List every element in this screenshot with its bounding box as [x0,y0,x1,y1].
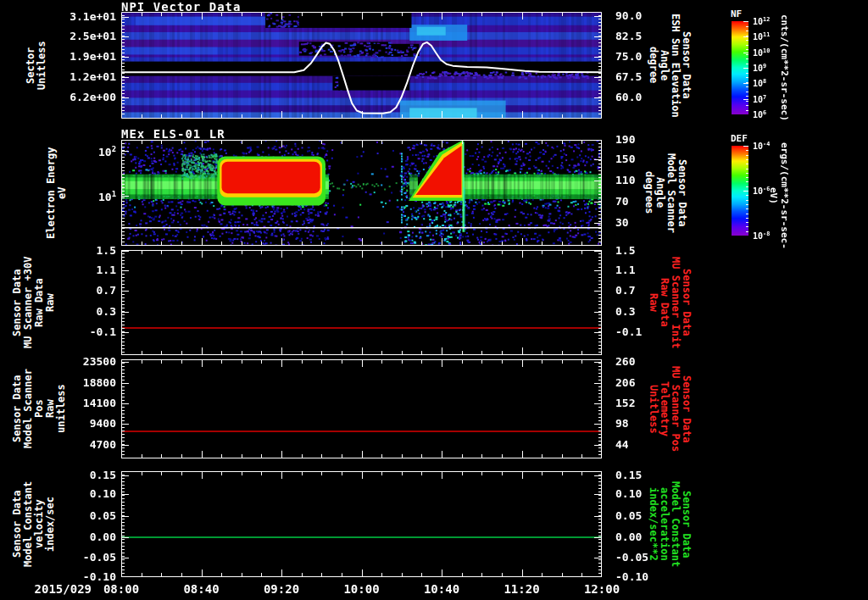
panel4-right-axis-label: Sensor Data MU Scanner Pos Telemetry Uni… [646,359,692,458]
tick-label: 82.5 [615,31,642,42]
x-tick-label: 09:20 [264,582,299,596]
tick-label: 0.05 [615,510,642,522]
panel5-right-axis-label: Sensor Data Model Constant acceleration … [646,471,692,577]
tick-label: -0.05 [615,552,648,564]
els-spectrogram [121,140,602,246]
tick-label: 90.0 [615,10,642,22]
def-colorbar [732,146,748,236]
colorbar-tick-label: 108 [753,78,766,88]
tick-label: 70 [615,196,629,208]
scanner-pos-plot [121,359,602,458]
colorbar-tick-label: 106 [753,109,766,119]
colorbar-tick-label: 10-4 [753,141,770,151]
x-tick-label: 08:00 [103,582,139,596]
tick-label: 0.15 [615,469,642,481]
mu-scanner-30v-plot [121,250,602,355]
tick-label: 0.3 [615,306,635,318]
model-constant-plot [121,471,602,577]
date-label: 2015/029 [22,582,92,596]
tick-label: 0.00 [615,531,642,543]
panel1-title: NPI Vector Data [121,0,241,14]
def-colorbar-units: ergs/(cm**2-sr-sec-eV) [776,134,790,257]
panel1-right-axis-label: Sensor Data ESH Sun Elevation Angle degr… [646,12,692,119]
panel2-right-axis-label: Sensor Data Model Scanner Angle degrees [642,140,687,246]
tick-label: 0.7 [615,285,635,297]
nf-colorbar-title: NF [731,8,742,19]
colorbar-tick-label: 1010 [753,47,770,57]
panel2-title: MEx ELS-01 LR [121,127,225,141]
tick-label: 110 [615,175,635,186]
tick-label: 1.1 [615,264,635,276]
tick-label: 0.10 [615,488,642,500]
colorbar-tick-label: 1011 [753,31,770,42]
tick-label: -0.10 [615,571,648,583]
panel3-left-axis-label: Sensor Data MU Scanner +30V Raw Data Raw [12,250,58,355]
tick-label: 206 [615,377,635,389]
x-tick-label: 11:20 [504,582,539,596]
tick-label: 60.0 [615,92,642,103]
panel4-left-axis-label: Sensor Data Model Scanner Pos Raw unitle… [12,359,58,458]
colorbar-tick-label: 109 [753,63,766,73]
panel3-right-axis-label: Sensor Data MU Scanner Init Raw Data Raw [646,250,692,355]
figure: NPI Vector Data MEx ELS-01 LR Sector Uni… [0,0,868,600]
tick-label: 260 [615,356,635,368]
colorbar-tick-label: 107 [753,93,766,103]
x-tick-label: 10:00 [343,582,379,596]
colorbar-tick-label: 1012 [753,16,770,26]
tick-label: 75.0 [615,51,642,63]
tick-label: 30 [615,217,629,229]
tick-label: -0.1 [615,326,642,338]
def-colorbar-title: DEF [731,133,748,144]
tick-label: 190 [615,134,635,146]
x-tick-label: 08:40 [183,582,219,596]
tick-label: 98 [615,418,629,430]
npi-spectrogram [121,12,602,119]
tick-label: 1.5 [615,245,635,257]
nf-colorbar [732,21,748,114]
tick-label: 150 [615,153,635,165]
colorbar-tick-label: 10-8 [753,231,770,241]
tick-label: 44 [615,439,629,451]
panel2-left-axis-label: Electron Energy eV [46,140,70,246]
tick-label: 67.5 [615,71,642,83]
x-tick-label: 10:40 [424,582,459,596]
panel1-left-axis-label: Sector Unitless [25,12,49,119]
x-tick-label: 12:00 [584,582,620,596]
nf-colorbar-units: cnts/(cm**2-sr-sec) [776,8,790,127]
panel5-left-axis-label: Sensor Data Model Constant velocity inde… [12,471,58,577]
tick-label: 152 [615,397,635,409]
